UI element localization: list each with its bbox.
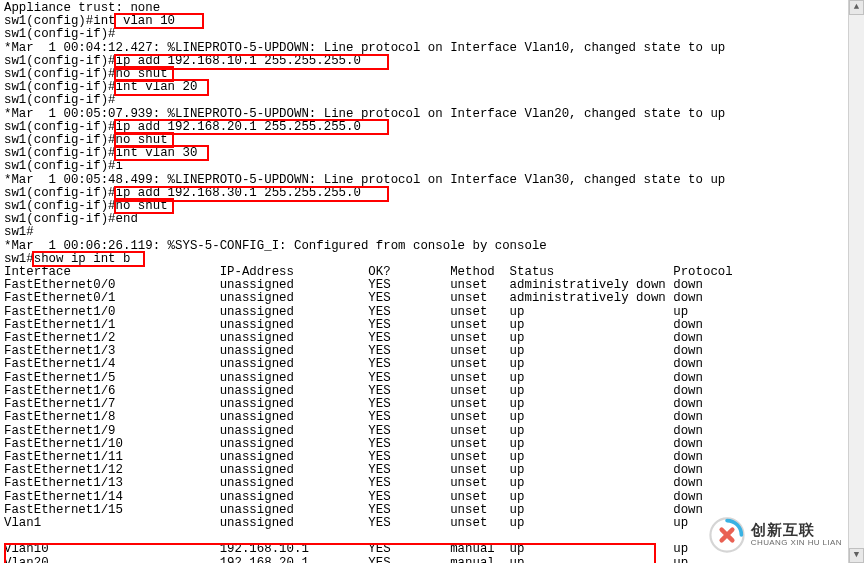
scroll-down-button[interactable]: ▼ <box>849 548 864 563</box>
watermark-logo-icon <box>709 517 745 553</box>
terminal-viewport[interactable]: Appliance trust: none sw1(config)#int vl… <box>0 0 849 563</box>
watermark-text-en: CHUANG XIN HU LIAN <box>751 539 842 548</box>
terminal-output: Appliance trust: none sw1(config)#int vl… <box>0 0 849 563</box>
scroll-up-button[interactable]: ▲ <box>849 0 864 15</box>
vertical-scrollbar[interactable]: ▲ ▼ <box>848 0 864 563</box>
watermark: 创新互联 CHUANG XIN HU LIAN <box>709 517 842 553</box>
watermark-text-cn: 创新互联 <box>751 522 842 539</box>
